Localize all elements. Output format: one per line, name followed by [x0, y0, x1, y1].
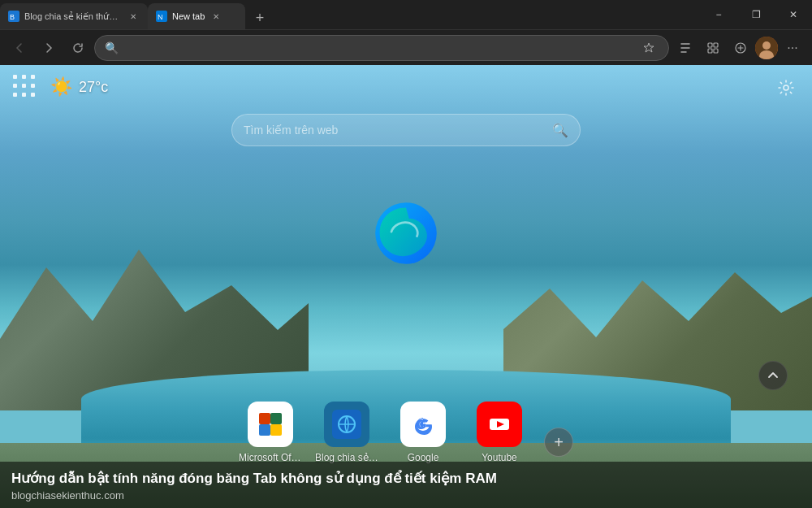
collections-button[interactable] — [700, 35, 726, 61]
search-icon-address: 🔍 — [105, 41, 119, 54]
edge-logo — [369, 197, 443, 270]
tabs-area: B Blog chia sẻ kiến thức - Thủ thu... ✕ … — [0, 0, 700, 29]
new-tab-button[interactable]: + — [248, 7, 271, 29]
svg-rect-15 — [259, 413, 270, 424]
scroll-up-button[interactable] — [758, 361, 788, 390]
address-bar[interactable]: 🔍 — [94, 35, 669, 61]
weather-widget[interactable]: ☀️ 27°c — [50, 76, 108, 98]
top-left-widgets: ☀️ 27°c — [13, 75, 108, 99]
settings-icon[interactable] — [773, 75, 799, 101]
svg-text:B: B — [10, 13, 15, 21]
bottom-headline: Hướng dẫn bật tính năng đóng băng Tab kh… — [11, 470, 801, 488]
svg-text:N: N — [158, 13, 163, 21]
svg-rect-16 — [270, 413, 282, 424]
shortcut-blog[interactable]: Blog chia sẻ k... — [315, 402, 378, 463]
center-search-bar[interactable]: 🔍 — [231, 114, 581, 146]
svg-rect-7 — [714, 49, 718, 53]
svg-rect-4 — [708, 43, 712, 47]
svg-rect-17 — [259, 424, 270, 436]
youtube-icon-box — [477, 402, 522, 447]
titlebar: B Blog chia sẻ kiến thức - Thủ thu... ✕ … — [0, 0, 812, 29]
svg-rect-18 — [270, 424, 282, 436]
apps-dot — [13, 84, 17, 88]
apps-dot — [13, 93, 17, 97]
address-icons — [639, 38, 659, 58]
tab1-close[interactable]: ✕ — [127, 10, 140, 23]
shortcut-google[interactable]: G G Google — [391, 402, 455, 463]
center-search-input[interactable] — [244, 124, 546, 137]
apps-dot — [31, 84, 35, 88]
tab-new[interactable]: N New tab ✕ — [148, 3, 245, 29]
apps-dot — [31, 93, 35, 97]
google-icon-box: G G — [400, 402, 446, 447]
copilot-button[interactable] — [728, 35, 754, 61]
blog-icon-box — [324, 402, 369, 447]
apps-dot — [31, 75, 35, 79]
favorites-button[interactable] — [672, 35, 698, 61]
forward-button[interactable] — [36, 35, 62, 61]
minimize-button[interactable]: − — [700, 0, 737, 29]
tab1-favicon: B — [8, 11, 19, 22]
nav-right-icons: ··· — [672, 35, 806, 61]
restore-button[interactable]: ❐ — [737, 0, 775, 29]
tab1-label: Blog chia sẻ kiến thức - Thủ thu... — [24, 11, 122, 22]
svg-text:G: G — [417, 418, 426, 431]
sun-icon: ☀️ — [50, 76, 72, 98]
apps-dot — [22, 84, 26, 88]
back-button[interactable] — [6, 35, 32, 61]
svg-point-12 — [784, 85, 788, 90]
tab2-label: New tab — [172, 11, 205, 21]
apps-dot — [22, 93, 26, 97]
favorites-icon[interactable] — [639, 38, 659, 58]
bottom-overlay: Hướng dẫn bật tính năng đóng băng Tab kh… — [0, 462, 812, 508]
address-input[interactable] — [125, 41, 633, 54]
menu-button[interactable]: ··· — [780, 35, 806, 61]
bottom-url: blogchiasekienthuc.com — [11, 489, 801, 501]
tab2-favicon: N — [156, 11, 167, 22]
shortcut-youtube[interactable]: Youtube — [468, 402, 531, 463]
add-shortcut-button[interactable]: + — [544, 428, 573, 457]
main-content: ☀️ 27°c 🔍 — [0, 65, 812, 508]
microsoft-office-icon-box — [248, 402, 293, 447]
close-button[interactable]: ✕ — [775, 0, 812, 29]
apps-dot — [22, 75, 26, 79]
tab2-close[interactable]: ✕ — [209, 10, 222, 23]
titlebar-controls: − ❐ ✕ — [700, 0, 812, 29]
apps-dot — [13, 75, 17, 79]
svg-rect-6 — [708, 49, 712, 53]
navbar: 🔍 ··· — [0, 29, 812, 65]
refresh-button[interactable] — [65, 35, 91, 61]
search-magnifier-icon: 🔍 — [552, 123, 568, 138]
shortcuts-row: Microsoft Offi... Blog chia sẻ k... — [239, 402, 573, 463]
search-box[interactable]: 🔍 — [231, 114, 581, 146]
svg-rect-5 — [714, 43, 718, 47]
svg-point-10 — [762, 41, 771, 50]
tab-blog[interactable]: B Blog chia sẻ kiến thức - Thủ thu... ✕ — [0, 3, 148, 29]
profile-avatar[interactable] — [755, 37, 778, 59]
weather-temperature: 27°c — [79, 79, 108, 96]
shortcut-microsoft-office[interactable]: Microsoft Offi... — [239, 402, 302, 463]
apps-grid-button[interactable] — [13, 75, 37, 99]
